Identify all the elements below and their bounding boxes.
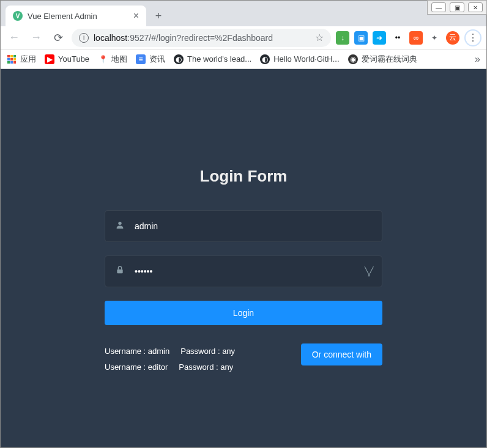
ext-downloader-icon[interactable]: ↓ (336, 31, 349, 45)
hint-line: Username : admin Password : any (105, 343, 235, 359)
bookmarks-bar: 应用 ▶ YouTube 📍 地图 ≡ 资讯 ◐ The world's lea… (1, 50, 486, 69)
extensions-row: ↓ ▣ ➜ •• ∞ ✦ 云 (336, 31, 459, 45)
bookmark-label: Hello World·GitH... (273, 54, 339, 64)
password-input[interactable] (128, 266, 365, 276)
bookmark-github-1[interactable]: ◐ The world's lead... (174, 54, 251, 64)
bookmarks-overflow-button[interactable]: » (475, 54, 480, 65)
login-form: Login Form ╲╱ Login Username : admin Pas… (105, 167, 382, 447)
site-info-icon[interactable]: i (79, 33, 89, 43)
hint-password: Password : any (180, 343, 235, 359)
ext-share-icon[interactable]: ➜ (373, 31, 386, 45)
bookmark-label: 爱词霸在线词典 (362, 54, 417, 65)
bookmark-label: YouTube (58, 54, 89, 64)
username-input[interactable] (128, 221, 372, 231)
ext-puzzle-icon[interactable]: ✦ (428, 31, 441, 45)
bookmark-label: 资讯 (149, 54, 165, 65)
github-icon: ◐ (174, 54, 184, 64)
tab-title: Vue Element Admin (28, 12, 128, 21)
youtube-icon: ▶ (45, 54, 54, 64)
hint-username: Username : editor (105, 359, 168, 375)
lock-icon (115, 265, 128, 277)
hint-username: Username : admin (105, 343, 169, 359)
bookmark-youtube[interactable]: ▶ YouTube (45, 54, 89, 64)
bookmark-dictionary[interactable]: ◉ 爱词霸在线词典 (348, 54, 417, 65)
globe-icon: ◉ (348, 54, 358, 64)
maximize-button[interactable]: ▣ (450, 2, 464, 12)
new-tab-button[interactable]: + (150, 7, 167, 24)
password-field-wrap: ╲╱ (105, 255, 382, 287)
login-button[interactable]: Login (105, 301, 382, 325)
window-controls: — ▣ ✕ (427, 0, 487, 15)
browser-tab[interactable]: V Vue Element Admin × (6, 6, 146, 26)
reload-button[interactable]: ⟳ (50, 29, 67, 46)
svg-point-0 (118, 222, 121, 225)
username-field-wrap (105, 210, 382, 242)
login-hints: Username : admin Password : any Username… (105, 343, 235, 375)
tab-favicon-icon: V (13, 11, 23, 21)
back-button[interactable]: ← (6, 29, 23, 46)
bookmark-maps[interactable]: 📍 地图 (98, 54, 127, 65)
eye-toggle-icon[interactable]: ╲╱ (365, 266, 372, 276)
forward-button[interactable]: → (28, 29, 45, 46)
hint-line: Username : editor Password : any (105, 359, 235, 375)
hints-row: Username : admin Password : any Username… (105, 343, 382, 375)
news-icon: ≡ (136, 54, 146, 64)
ext-profile-icon[interactable]: 云 (446, 31, 459, 45)
close-window-button[interactable]: ✕ (468, 2, 483, 12)
bookmark-label: 地图 (111, 54, 127, 65)
login-title: Login Form (105, 167, 382, 186)
url-text: localhost:9527/#/login?redirect=%2Fdashb… (94, 33, 310, 43)
bookmark-github-2[interactable]: ◐ Hello World·GitH... (260, 54, 339, 64)
bookmark-label: 应用 (20, 54, 36, 65)
bookmark-apps[interactable]: 应用 (7, 54, 36, 65)
bookmark-label: The world's lead... (187, 54, 251, 64)
svg-rect-1 (117, 270, 122, 274)
close-tab-icon[interactable]: × (133, 10, 139, 21)
minimize-button[interactable]: — (431, 2, 446, 12)
address-bar[interactable]: i localhost:9527/#/login?redirect=%2Fdas… (72, 29, 331, 47)
tab-bar: V Vue Element Admin × + (1, 1, 486, 26)
browser-toolbar: ← → ⟳ i localhost:9527/#/login?redirect=… (1, 26, 486, 50)
user-icon (115, 220, 128, 232)
ext-screenshot-icon[interactable]: ▣ (354, 31, 368, 45)
github-icon: ◐ (260, 54, 270, 64)
bookmark-news[interactable]: ≡ 资讯 (136, 54, 165, 65)
maps-icon: 📍 (98, 54, 108, 64)
apps-grid-icon (7, 54, 17, 64)
hint-password: Password : any (179, 359, 233, 375)
connect-with-button[interactable]: Or connect with (301, 343, 382, 365)
browser-menu-button[interactable]: ⋮ (464, 29, 481, 46)
ext-infinity-icon[interactable]: ∞ (409, 31, 423, 45)
bookmark-star-icon[interactable]: ☆ (315, 32, 324, 43)
page-content: Login Form ╲╱ Login Username : admin Pas… (1, 69, 486, 447)
ext-flickr-icon[interactable]: •• (391, 31, 404, 45)
